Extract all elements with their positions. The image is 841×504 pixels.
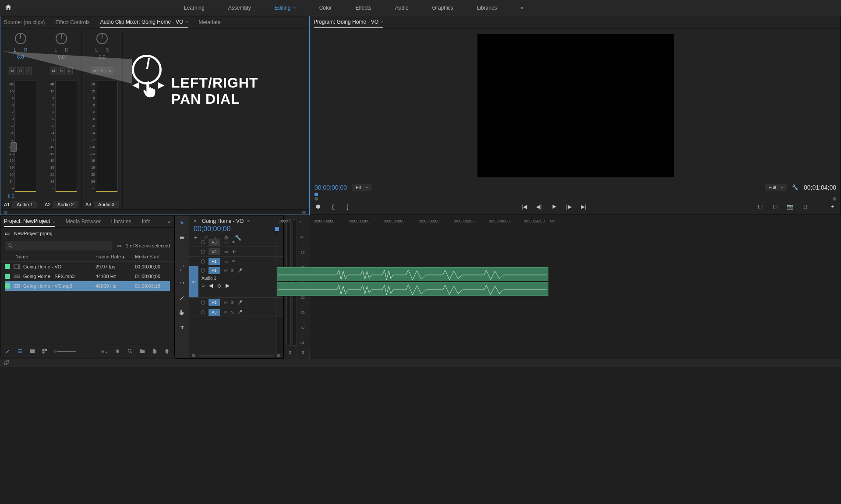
record-button-a3[interactable]: ○ bbox=[106, 67, 113, 74]
pan-value-a3[interactable]: 0.0 bbox=[99, 54, 105, 60]
pen-tool-icon[interactable] bbox=[178, 293, 187, 302]
automate-icon[interactable] bbox=[115, 348, 121, 354]
playhead[interactable] bbox=[277, 229, 277, 351]
channel-name-a2[interactable]: Audio 2 bbox=[53, 201, 78, 208]
link-icon[interactable] bbox=[4, 359, 10, 367]
solo-button-a1[interactable]: S bbox=[17, 67, 24, 74]
project-item[interactable]: Going Home - VO 29.97 fps 00;00;00;00 bbox=[5, 262, 170, 271]
fader-handle-a1[interactable] bbox=[11, 142, 17, 152]
mark-out-icon[interactable]: } bbox=[344, 203, 351, 210]
workspace-audio[interactable]: Audio bbox=[390, 1, 414, 14]
program-timecode[interactable]: 00;00;00;00 bbox=[314, 184, 347, 191]
track-label-v2[interactable]: V2 bbox=[208, 248, 220, 255]
keyframe-mode-icon[interactable]: ○ bbox=[201, 282, 205, 289]
lock-icon[interactable]: ⬡ bbox=[199, 268, 207, 274]
timeline-content[interactable] bbox=[277, 237, 283, 353]
label-swatch[interactable] bbox=[5, 283, 10, 289]
resolution-select[interactable]: Full bbox=[765, 184, 787, 191]
list-view-icon[interactable] bbox=[17, 348, 23, 354]
track-label-v3[interactable]: V3 bbox=[208, 239, 220, 246]
workspace-learning[interactable]: Learning bbox=[179, 1, 210, 14]
pen-tool-icon[interactable] bbox=[5, 348, 11, 354]
project-item[interactable]: Going Home - VO.mp3 48000 Hz 01;00;03;18 bbox=[5, 281, 170, 291]
type-tool-icon[interactable] bbox=[178, 323, 187, 332]
track-header-a1[interactable]: A1 ⬡ A1 MS🎤 Audio 1 bbox=[189, 266, 276, 298]
program-video[interactable] bbox=[310, 28, 841, 182]
settings-icon[interactable]: 🔧 bbox=[792, 184, 799, 190]
workspace-assembly[interactable]: Assembly bbox=[223, 1, 256, 14]
audio-clip[interactable] bbox=[277, 267, 548, 281]
tab-effect-controls[interactable]: Effect Controls bbox=[55, 18, 89, 27]
tab-libraries[interactable]: Libraries bbox=[111, 217, 131, 226]
solo-button-a2[interactable]: S bbox=[58, 67, 65, 74]
mute-icon[interactable]: M bbox=[224, 300, 228, 305]
mute-button-a1[interactable]: M bbox=[9, 67, 16, 74]
voice-over-icon[interactable]: 🎤 bbox=[237, 300, 242, 305]
selection-tool-icon[interactable] bbox=[178, 219, 187, 228]
lock-icon[interactable]: ⬡ bbox=[199, 239, 207, 245]
razor-tool-icon[interactable] bbox=[178, 264, 187, 272]
source-patch-a1[interactable]: A1 bbox=[189, 266, 199, 297]
col-frame-rate[interactable]: Frame Rate ▴ bbox=[95, 254, 135, 260]
fader-track-a3[interactable] bbox=[96, 81, 118, 192]
step-forward-icon[interactable]: |▶ bbox=[565, 203, 572, 210]
tab-audio-clip-mixer[interactable]: Audio Clip Mixer: Going Home - VO≡ bbox=[100, 17, 188, 28]
label-swatch[interactable] bbox=[5, 274, 10, 279]
track-header-v2[interactable]: ⬡ V2 ▭👁 bbox=[189, 247, 276, 257]
fader-track-a1[interactable] bbox=[14, 81, 36, 192]
voice-over-icon[interactable]: 🎤 bbox=[237, 268, 242, 273]
program-scrubber[interactable] bbox=[314, 194, 836, 199]
tab-program[interactable]: Program: Going Home - VO≡ bbox=[314, 17, 383, 28]
mute-icon[interactable]: M bbox=[224, 310, 228, 314]
panel-overflow-icon[interactable]: » bbox=[168, 217, 171, 226]
track-select-tool-icon[interactable] bbox=[178, 234, 187, 243]
next-keyframe-icon[interactable]: ▶ bbox=[226, 282, 230, 289]
record-button-a2[interactable]: ○ bbox=[66, 67, 73, 74]
freeform-view-icon[interactable] bbox=[42, 348, 48, 354]
mark-in-icon[interactable]: { bbox=[329, 203, 336, 210]
add-keyframe-icon[interactable]: ◇ bbox=[217, 282, 221, 289]
track-label-a1[interactable]: A1 bbox=[208, 267, 220, 274]
track-label-v1[interactable]: V1 bbox=[208, 258, 220, 265]
tab-info[interactable]: Info bbox=[142, 217, 151, 226]
step-back-icon[interactable]: ◀| bbox=[536, 203, 543, 210]
timeline-zoom-scrollbar[interactable] bbox=[189, 353, 283, 358]
hand-tool-icon[interactable] bbox=[178, 308, 187, 317]
search-input[interactable] bbox=[5, 241, 112, 250]
track-header-v3[interactable]: ⬡ V3 ▭👁 bbox=[189, 237, 276, 247]
voice-over-icon[interactable]: 🎤 bbox=[237, 310, 242, 314]
toggle-output-icon[interactable]: ▭ bbox=[224, 250, 228, 254]
audio-clip[interactable] bbox=[277, 282, 548, 296]
zoom-fit-select[interactable]: Fit bbox=[352, 184, 371, 191]
lift-icon[interactable]: ⬚ bbox=[756, 203, 763, 210]
solo-left[interactable]: S bbox=[284, 350, 297, 359]
toggle-output-icon[interactable]: ▭ bbox=[224, 259, 228, 264]
track-header-a3[interactable]: ⬡ A3 MS🎤 bbox=[189, 307, 276, 317]
tab-metadata[interactable]: Metadata bbox=[199, 18, 221, 27]
workspace-editing[interactable]: Editing≡ bbox=[269, 1, 301, 14]
go-to-out-icon[interactable]: ▶| bbox=[580, 203, 587, 210]
scrubber-out[interactable] bbox=[833, 197, 836, 201]
ripple-edit-tool-icon[interactable] bbox=[178, 249, 187, 257]
mute-button-a3[interactable]: M bbox=[91, 67, 98, 74]
sequence-tab[interactable]: ×Going Home - VO≡ bbox=[194, 218, 250, 224]
solo-icon[interactable]: S bbox=[231, 268, 234, 273]
solo-right[interactable]: S bbox=[297, 350, 310, 359]
mixer-scrollbar[interactable] bbox=[0, 209, 309, 215]
track-label-a2[interactable]: A2 bbox=[208, 299, 220, 306]
playhead-handle[interactable] bbox=[275, 227, 279, 231]
pan-value-a1[interactable]: 6.0 bbox=[17, 54, 24, 60]
timeline-timecode[interactable]: 00;00;00;00 bbox=[194, 225, 279, 233]
sort-icon[interactable]: ≡⌄ bbox=[101, 348, 109, 354]
icon-view-icon[interactable] bbox=[29, 348, 35, 354]
button-editor-icon[interactable]: + bbox=[829, 203, 836, 210]
tab-project[interactable]: Project: NewProject≡ bbox=[4, 216, 55, 227]
tab-media-browser[interactable]: Media Browser bbox=[66, 217, 101, 226]
toggle-output-icon[interactable]: ▭ bbox=[224, 240, 228, 244]
add-marker-icon[interactable]: ⬢ bbox=[314, 203, 322, 210]
eye-icon[interactable]: 👁 bbox=[232, 250, 236, 254]
solo-icon[interactable]: S bbox=[231, 300, 234, 305]
play-icon[interactable] bbox=[551, 203, 558, 210]
eye-icon[interactable]: 👁 bbox=[232, 240, 236, 244]
mute-icon[interactable]: M bbox=[224, 268, 228, 273]
